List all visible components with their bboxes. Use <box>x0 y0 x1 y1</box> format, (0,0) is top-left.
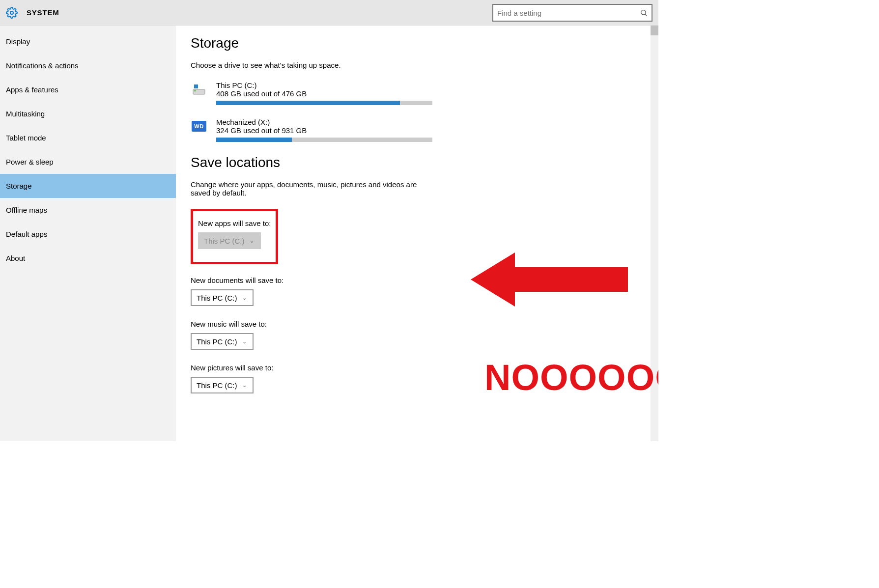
chevron-down-icon: ⌄ <box>242 338 247 345</box>
scrollbar-track[interactable] <box>651 26 658 441</box>
scrollbar-thumb[interactable] <box>651 26 658 35</box>
chevron-down-icon: ⌄ <box>250 238 254 244</box>
main-content: Storage Choose a drive to see what's tak… <box>176 26 658 441</box>
save-location-label: New documents will save to: <box>191 276 644 284</box>
sidebar-item-offline-maps[interactable]: Offline maps <box>0 198 176 222</box>
sidebar-item-default-apps[interactable]: Default apps <box>0 222 176 246</box>
disk-drive-icon <box>191 82 207 97</box>
save-location-dropdown[interactable]: This PC (C:)⌄ <box>191 333 254 350</box>
sidebar: DisplayNotifications & actionsApps & fea… <box>0 26 176 441</box>
search-icon <box>640 9 648 17</box>
save-location-dropdown[interactable]: This PC (C:)⌄ <box>191 289 254 306</box>
sidebar-item-display[interactable]: Display <box>0 29 176 54</box>
svg-rect-3 <box>193 89 205 94</box>
sidebar-item-power-sleep[interactable]: Power & sleep <box>0 150 176 174</box>
save-location-dropdown: This PC (C:)⌄ <box>198 232 261 249</box>
dropdown-value: This PC (C:) <box>197 381 237 390</box>
save-locations-subtitle: Change where your apps, documents, music… <box>191 180 436 197</box>
storage-subtitle: Choose a drive to see what's taking up s… <box>191 61 644 69</box>
sidebar-item-tablet-mode[interactable]: Tablet mode <box>0 126 176 150</box>
header-title: SYSTEM <box>27 8 59 17</box>
sidebar-item-notifications-actions[interactable]: Notifications & actions <box>0 54 176 78</box>
dropdown-value: This PC (C:) <box>197 337 237 346</box>
search-input[interactable] <box>497 9 640 17</box>
svg-point-0 <box>10 11 13 14</box>
drive-row[interactable]: WDMechanized (X:)324 GB used out of 931 … <box>191 118 644 142</box>
drive-usage-bar <box>216 138 432 142</box>
gear-icon <box>6 7 18 19</box>
sidebar-item-about[interactable]: About <box>0 246 176 270</box>
svg-rect-4 <box>194 84 198 88</box>
wd-drive-icon: WD <box>192 121 206 132</box>
search-field[interactable] <box>492 4 652 22</box>
sidebar-item-multitasking[interactable]: Multitasking <box>0 102 176 126</box>
svg-point-1 <box>641 10 646 15</box>
drive-row[interactable]: This PC (C:)408 GB used out of 476 GB <box>191 81 644 105</box>
drive-usage-bar <box>216 101 432 105</box>
svg-line-2 <box>645 14 647 16</box>
svg-rect-5 <box>194 90 196 91</box>
dropdown-value: This PC (C:) <box>204 237 245 245</box>
drive-name: Mechanized (X:) <box>216 118 432 126</box>
drive-usage-text: 324 GB used out of 931 GB <box>216 126 432 135</box>
header-bar: SYSTEM <box>0 0 658 26</box>
storage-title: Storage <box>191 35 644 51</box>
drive-usage-text: 408 GB used out of 476 GB <box>216 89 432 98</box>
annotation-highlight-box: New apps will save to:This PC (C:)⌄ <box>191 209 278 264</box>
save-locations-title: Save locations <box>191 155 644 170</box>
chevron-down-icon: ⌄ <box>242 295 247 301</box>
save-location-label: New music will save to: <box>191 320 644 328</box>
sidebar-item-apps-features[interactable]: Apps & features <box>0 78 176 102</box>
chevron-down-icon: ⌄ <box>242 382 247 389</box>
save-location-dropdown[interactable]: This PC (C:)⌄ <box>191 377 254 393</box>
drive-name: This PC (C:) <box>216 81 432 89</box>
save-location-label: New apps will save to: <box>198 219 271 227</box>
sidebar-item-storage[interactable]: Storage <box>0 174 176 198</box>
dropdown-value: This PC (C:) <box>197 294 237 302</box>
save-location-label: New pictures will save to: <box>191 364 644 372</box>
